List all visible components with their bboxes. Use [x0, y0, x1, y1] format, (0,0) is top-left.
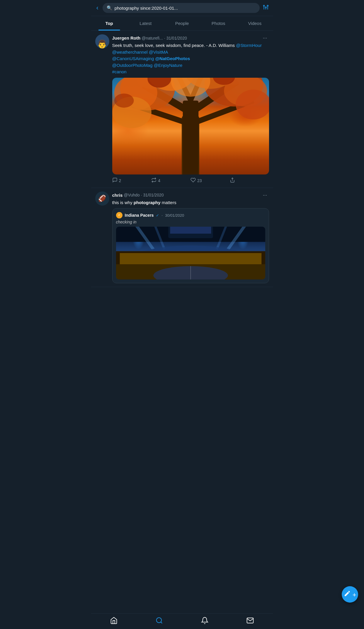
tab-photos[interactable]: Photos: [200, 16, 237, 30]
reply-count: 2: [119, 178, 121, 183]
share-icon: [230, 177, 235, 184]
verified-icon: ✓: [156, 213, 159, 218]
quoted-tweet[interactable]: P Indiana Pacers ✓ · 30/01/2020 checking…: [112, 208, 269, 283]
quoted-text: checking in: [116, 220, 265, 224]
back-button[interactable]: ‹: [95, 3, 100, 13]
svg-rect-42: [120, 253, 261, 264]
tab-videos[interactable]: Videos: [237, 16, 273, 30]
tweet-row: Juergen Roth @naturefi... · 31/01/2020 ·…: [91, 31, 273, 188]
author-name: chris: [112, 193, 123, 198]
bold-word: photography: [134, 200, 161, 205]
mention-outdoorphoto[interactable]: @OutdoorPhotoMag: [112, 63, 153, 68]
author-name: Juergen Roth: [112, 35, 141, 40]
tweet-date: 31/01/2020: [166, 36, 187, 40]
arena-photo: [116, 227, 265, 279]
like-count: 23: [197, 178, 202, 183]
mention-natgeo[interactable]: @NatGeoPhotos: [155, 56, 190, 61]
tweet-content: Juergen Roth @naturefi... · 31/01/2020 ·…: [112, 34, 269, 184]
svg-point-1: [265, 7, 266, 8]
tweet-date: 31/01/2020: [143, 193, 164, 197]
mention-weatherchannel[interactable]: @weatherchannel: [112, 50, 148, 55]
author-handle: @Vuhdo: [124, 193, 140, 197]
tweet-row: chris @Vuhdo · 31/01/2020 ··· this is wh…: [91, 188, 273, 287]
quoted-tweet-header: P Indiana Pacers ✓ · 30/01/2020: [116, 212, 265, 218]
tweet-header: chris @Vuhdo · 31/01/2020 ···: [112, 191, 269, 199]
author-handle: @naturefi...: [142, 36, 163, 40]
reply-icon: [112, 177, 118, 184]
svg-point-28: [114, 93, 134, 107]
quoted-avatar: P: [116, 212, 123, 218]
mention-enjoynature[interactable]: @EnjoyNature: [154, 63, 182, 68]
avatar: [95, 34, 109, 48]
quoted-image: [116, 227, 265, 279]
tweet-image[interactable]: [112, 78, 269, 174]
mention-canonusa[interactable]: @CanonUSAimaging: [112, 56, 154, 61]
like-button[interactable]: 23: [190, 177, 230, 184]
svg-point-0: [263, 5, 264, 6]
search-input-wrap[interactable]: 🔍 photography since:2020-01-01...: [103, 3, 260, 13]
tab-latest[interactable]: Latest: [127, 16, 164, 30]
svg-rect-34: [170, 227, 211, 234]
retweet-button[interactable]: 4: [151, 177, 190, 184]
filter-icon[interactable]: [263, 4, 269, 12]
search-query: photography since:2020-01-01...: [115, 6, 178, 11]
tweet-header: Juergen Roth @naturefi... · 31/01/2020 ·…: [112, 34, 269, 42]
tweet-content: chris @Vuhdo · 31/01/2020 ··· this is wh…: [112, 191, 269, 284]
mention-stormhour[interactable]: @StormHour: [236, 43, 262, 48]
svg-text:P: P: [118, 214, 120, 217]
more-button[interactable]: ···: [261, 191, 269, 199]
tab-bar: Top Latest People Photos Videos: [91, 16, 273, 31]
search-icon: 🔍: [107, 5, 112, 11]
more-button[interactable]: ···: [261, 34, 269, 42]
retweet-icon: [151, 177, 157, 184]
search-bar: ‹ 🔍 photography since:2020-01-01...: [91, 0, 273, 16]
tab-top[interactable]: Top: [91, 16, 127, 30]
tweet-dot: ·: [141, 193, 142, 197]
tweet-text: Seek truth, seek love, seek wisdom, find…: [112, 42, 269, 75]
tweet-actions: 2 4 23: [112, 177, 269, 184]
share-button[interactable]: [230, 177, 269, 184]
tweet-author: Juergen Roth @naturefi... · 31/01/2020: [112, 35, 187, 40]
svg-point-2: [267, 5, 268, 6]
tab-people[interactable]: People: [164, 16, 200, 30]
quoted-date: 30/01/2020: [165, 213, 184, 218]
svg-point-25: [171, 78, 210, 97]
quoted-author-name: Indiana Pacers: [125, 213, 154, 218]
avatar: [95, 191, 109, 206]
quoted-dot: ·: [161, 213, 163, 218]
retweet-count: 4: [158, 178, 160, 183]
reply-button[interactable]: 2: [112, 177, 152, 184]
tweet-dot: ·: [164, 36, 165, 40]
tweet-author: chris @Vuhdo · 31/01/2020: [112, 193, 164, 198]
autumn-tree-photo: [112, 78, 269, 174]
mention-visitma[interactable]: @VisitMA: [149, 50, 168, 55]
like-icon: [190, 177, 196, 184]
tweet-text: this is why photography matters: [112, 199, 269, 206]
hashtag-canon[interactable]: #canon: [112, 69, 127, 74]
